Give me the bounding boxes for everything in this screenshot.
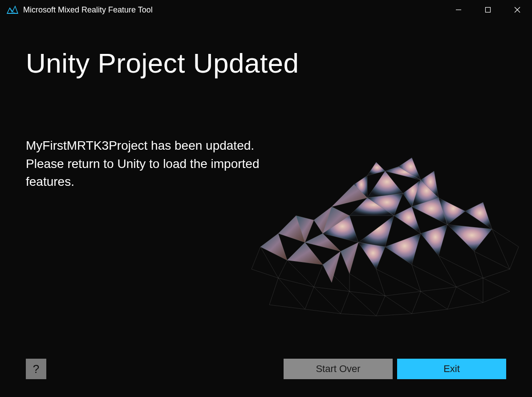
svg-marker-15: [305, 233, 341, 251]
main-content: Unity Project Updated MyFirstMRTK3Projec…: [0, 20, 532, 350]
svg-marker-42: [447, 287, 483, 309]
svg-rect-1: [486, 8, 491, 12]
svg-marker-40: [376, 296, 412, 316]
svg-marker-12: [278, 216, 305, 242]
help-button[interactable]: ?: [26, 359, 46, 379]
svg-marker-11: [296, 216, 314, 242]
svg-marker-34: [439, 256, 483, 287]
svg-marker-4: [367, 171, 403, 198]
page-heading: Unity Project Updated: [26, 47, 506, 79]
svg-marker-10: [314, 207, 332, 233]
svg-marker-49: [332, 184, 367, 207]
svg-marker-21: [465, 202, 492, 229]
svg-marker-35: [474, 251, 510, 278]
svg-marker-22: [447, 225, 492, 251]
svg-marker-38: [305, 287, 341, 314]
exit-button[interactable]: Exit: [397, 359, 506, 379]
svg-marker-31: [349, 274, 385, 296]
svg-marker-32: [376, 269, 421, 296]
svg-marker-6: [349, 198, 394, 216]
svg-marker-13: [260, 233, 287, 260]
svg-marker-45: [385, 167, 421, 180]
svg-marker-18: [394, 207, 421, 233]
maximize-button[interactable]: [473, 0, 503, 20]
footer: ? Start Over Exit: [0, 350, 532, 397]
svg-marker-48: [354, 176, 367, 198]
minimize-button[interactable]: [444, 0, 473, 20]
svg-marker-7: [403, 180, 421, 207]
svg-marker-46: [398, 158, 421, 180]
svg-marker-41: [412, 291, 447, 314]
svg-marker-24: [385, 233, 421, 265]
svg-marker-39: [341, 291, 376, 316]
svg-marker-8: [412, 180, 439, 207]
titlebar: Microsoft Mixed Reality Feature Tool: [0, 0, 532, 20]
svg-marker-47: [421, 171, 439, 198]
svg-marker-9: [323, 207, 349, 233]
svg-marker-43: [483, 278, 510, 303]
window-controls: [444, 0, 532, 20]
app-icon: [6, 4, 19, 16]
svg-marker-25: [358, 242, 385, 269]
svg-marker-17: [358, 216, 394, 247]
svg-marker-26: [341, 242, 358, 274]
svg-marker-19: [412, 198, 447, 225]
titlebar-title: Microsoft Mixed Reality Feature Tool: [23, 5, 153, 15]
svg-marker-30: [314, 265, 349, 291]
svg-marker-28: [252, 247, 278, 278]
mesh-terrain-graphic: [243, 135, 528, 327]
svg-marker-20: [439, 198, 465, 225]
svg-marker-16: [323, 216, 358, 242]
svg-marker-5: [367, 193, 403, 216]
svg-marker-27: [323, 251, 341, 282]
svg-marker-29: [278, 260, 314, 287]
svg-marker-23: [421, 225, 447, 256]
page-description: MyFirstMRTK3Project has been updated. Pl…: [26, 137, 262, 191]
svg-marker-44: [367, 162, 385, 176]
svg-marker-14: [287, 242, 323, 265]
start-over-button[interactable]: Start Over: [284, 359, 393, 379]
svg-marker-33: [412, 265, 456, 291]
close-button[interactable]: [503, 0, 532, 20]
svg-marker-37: [269, 278, 305, 309]
svg-marker-36: [492, 229, 519, 269]
